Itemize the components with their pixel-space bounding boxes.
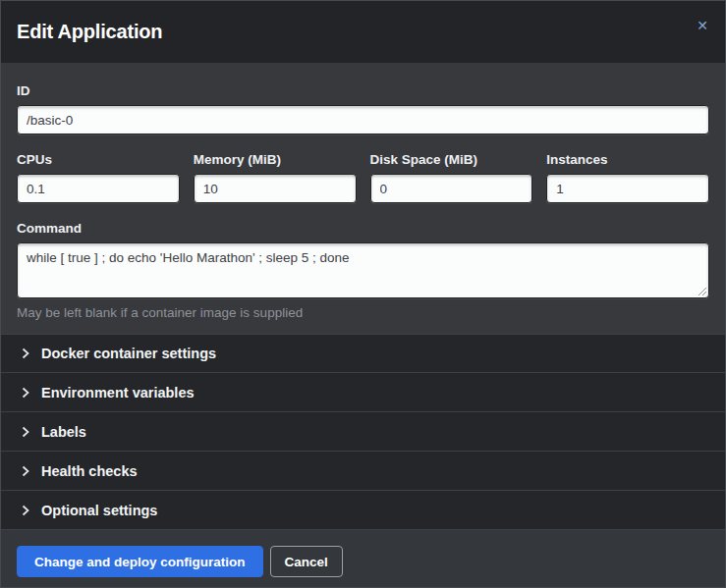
modal-header: Edit Application ✕ (1, 1, 725, 63)
application-form: ID CPUs Memory (MiB) Disk Space (MiB) In… (1, 63, 725, 334)
modal-footer: Change and deploy configuration Cancel (1, 530, 725, 588)
edit-application-modal: Edit Application ✕ ID CPUs Memory (MiB) … (0, 0, 726, 588)
memory-label: Memory (MiB) (194, 152, 357, 167)
section-label: Health checks (41, 463, 138, 479)
disk-space-field-group: Disk Space (MiB) (370, 152, 533, 203)
instances-input[interactable] (546, 174, 709, 203)
cpus-field-group: CPUs (17, 152, 180, 203)
instances-label: Instances (546, 152, 709, 167)
section-docker-container-settings[interactable]: Docker container settings (1, 334, 725, 373)
cancel-button[interactable]: Cancel (270, 546, 343, 577)
chevron-right-icon (21, 426, 30, 438)
id-field-group: ID (17, 83, 709, 134)
memory-input[interactable] (194, 174, 357, 203)
command-textarea-wrap: while [ true ] ; do echo 'Hello Marathon… (17, 242, 709, 298)
id-input[interactable] (17, 105, 709, 134)
command-textarea[interactable]: while [ true ] ; do echo 'Hello Marathon… (17, 242, 709, 298)
section-environment-variables[interactable]: Environment variables (1, 373, 725, 412)
close-icon[interactable]: ✕ (693, 15, 712, 36)
cpus-label: CPUs (17, 152, 180, 167)
instances-field-group: Instances (546, 152, 709, 203)
modal-title: Edit Application (17, 21, 162, 43)
chevron-right-icon (21, 465, 30, 477)
command-field-group: Command while [ true ] ; do echo 'Hello … (17, 221, 709, 320)
resource-field-row: CPUs Memory (MiB) Disk Space (MiB) Insta… (17, 152, 709, 203)
section-label: Environment variables (41, 385, 195, 401)
command-help-text: May be left blank if a container image i… (17, 305, 709, 320)
chevron-right-icon (21, 347, 30, 359)
disk-space-label: Disk Space (MiB) (370, 152, 533, 167)
section-health-checks[interactable]: Health checks (1, 452, 725, 491)
chevron-right-icon (21, 387, 30, 399)
command-label: Command (17, 221, 709, 236)
section-labels[interactable]: Labels (1, 412, 725, 452)
section-label: Optional settings (41, 503, 157, 518)
disk-space-input[interactable] (370, 174, 533, 203)
accordion-sections: Docker container settings Environment va… (1, 334, 725, 530)
section-optional-settings[interactable]: Optional settings (1, 491, 725, 530)
change-and-deploy-button[interactable]: Change and deploy configuration (17, 546, 263, 577)
cpus-input[interactable] (17, 174, 180, 203)
chevron-right-icon (21, 505, 30, 516)
section-label: Labels (41, 424, 86, 440)
memory-field-group: Memory (MiB) (194, 152, 357, 203)
id-label: ID (17, 83, 709, 98)
section-label: Docker container settings (41, 346, 216, 361)
